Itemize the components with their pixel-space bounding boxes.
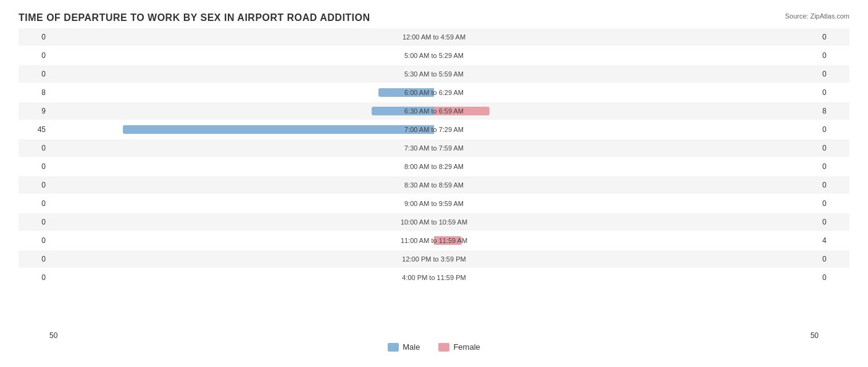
female-value: 0 xyxy=(819,218,849,226)
female-value: 4 xyxy=(819,236,849,245)
table-row: 457:00 AM to 7:29 AM0 xyxy=(19,121,849,138)
time-label: 12:00 PM to 3:59 PM xyxy=(402,255,465,263)
x-axis-right: 50 xyxy=(811,331,819,340)
time-label: 10:00 AM to 10:59 AM xyxy=(401,218,467,226)
female-value: 0 xyxy=(819,144,849,152)
bars-area: 9:00 AM to 9:59 AM xyxy=(49,195,819,212)
female-value: 0 xyxy=(819,33,849,41)
legend-female-label: Female xyxy=(453,342,480,352)
female-value: 0 xyxy=(819,273,849,282)
bars-area: 8:30 AM to 8:59 AM xyxy=(49,176,819,194)
table-row: 05:00 AM to 5:29 AM0 xyxy=(19,47,849,64)
time-label: 7:00 AM to 7:29 AM xyxy=(404,126,464,133)
female-value: 0 xyxy=(819,70,849,78)
legend-male-label: Male xyxy=(403,342,420,352)
female-value: 0 xyxy=(819,162,849,171)
female-value: 8 xyxy=(819,107,849,115)
table-row: 04:00 PM to 11:59 PM0 xyxy=(19,269,849,286)
female-value: 0 xyxy=(819,125,849,134)
time-label: 9:00 AM to 9:59 AM xyxy=(404,200,464,207)
male-value: 0 xyxy=(19,33,49,41)
bars-area: 12:00 PM to 3:59 PM xyxy=(49,250,819,268)
table-row: 05:30 AM to 5:59 AM0 xyxy=(19,65,849,83)
time-label: 11:00 AM to 11:59 AM xyxy=(401,237,467,244)
legend: Male Female xyxy=(19,342,849,352)
male-value: 0 xyxy=(19,218,49,226)
male-value: 0 xyxy=(19,255,49,263)
x-axis: 50 50 xyxy=(19,328,849,340)
male-value: 0 xyxy=(19,144,49,152)
bars-area: 6:30 AM to 6:59 AM xyxy=(49,102,819,120)
bars-area: 5:30 AM to 5:59 AM xyxy=(49,65,819,83)
bars-area: 6:00 AM to 6:29 AM xyxy=(49,84,819,101)
time-label: 8:00 AM to 8:29 AM xyxy=(404,163,464,170)
bars-area: 7:00 AM to 7:29 AM xyxy=(49,121,819,138)
legend-male: Male xyxy=(388,342,420,352)
female-value: 0 xyxy=(819,255,849,263)
table-row: 012:00 AM to 4:59 AM0 xyxy=(19,28,849,46)
time-label: 5:30 AM to 5:59 AM xyxy=(404,70,464,78)
time-label: 4:00 PM to 11:59 PM xyxy=(402,274,465,281)
legend-female: Female xyxy=(438,342,480,352)
male-value: 0 xyxy=(19,199,49,208)
table-row: 07:30 AM to 7:59 AM0 xyxy=(19,139,849,157)
chart-title: TIME OF DEPARTURE TO WORK BY SEX IN AIRP… xyxy=(19,12,849,23)
male-value: 8 xyxy=(19,88,49,97)
time-label: 7:30 AM to 7:59 AM xyxy=(404,144,464,152)
bars-area: 5:00 AM to 5:29 AM xyxy=(49,47,819,64)
time-label: 12:00 AM to 4:59 AM xyxy=(403,33,465,41)
male-bar xyxy=(123,125,434,134)
table-row: 011:00 AM to 11:59 AM4 xyxy=(19,232,849,249)
table-row: 09:00 AM to 9:59 AM0 xyxy=(19,195,849,212)
time-label: 6:00 AM to 6:29 AM xyxy=(404,89,464,96)
time-label: 8:30 AM to 8:59 AM xyxy=(404,181,464,189)
bars-area: 4:00 PM to 11:59 PM xyxy=(49,269,819,286)
time-label: 5:00 AM to 5:29 AM xyxy=(404,52,464,59)
table-row: 012:00 PM to 3:59 PM0 xyxy=(19,250,849,268)
chart-container: TIME OF DEPARTURE TO WORK BY SEX IN AIRP… xyxy=(0,0,868,367)
legend-male-box xyxy=(388,343,399,352)
male-value: 0 xyxy=(19,70,49,78)
bars-area: 10:00 AM to 10:59 AM xyxy=(49,213,819,231)
bars-area: 12:00 AM to 4:59 AM xyxy=(49,28,819,46)
table-row: 08:00 AM to 8:29 AM0 xyxy=(19,158,849,175)
legend-female-box xyxy=(438,343,449,352)
male-value: 0 xyxy=(19,236,49,245)
female-value: 0 xyxy=(819,181,849,189)
male-value: 9 xyxy=(19,107,49,115)
source-text: Source: ZipAtlas.com xyxy=(785,12,849,20)
chart-area: 012:00 AM to 4:59 AM005:00 AM to 5:29 AM… xyxy=(19,28,849,328)
male-value: 45 xyxy=(19,125,49,134)
female-value: 0 xyxy=(819,199,849,208)
male-value: 0 xyxy=(19,51,49,60)
table-row: 96:30 AM to 6:59 AM8 xyxy=(19,102,849,120)
table-row: 08:30 AM to 8:59 AM0 xyxy=(19,176,849,194)
x-axis-left: 50 xyxy=(49,331,57,340)
bars-area: 11:00 AM to 11:59 AM xyxy=(49,232,819,249)
female-value: 0 xyxy=(819,88,849,97)
female-value: 0 xyxy=(819,51,849,60)
table-row: 86:00 AM to 6:29 AM0 xyxy=(19,84,849,101)
table-row: 010:00 AM to 10:59 AM0 xyxy=(19,213,849,231)
male-value: 0 xyxy=(19,181,49,189)
bars-area: 8:00 AM to 8:29 AM xyxy=(49,158,819,175)
time-label: 6:30 AM to 6:59 AM xyxy=(404,107,464,115)
male-value: 0 xyxy=(19,273,49,282)
male-value: 0 xyxy=(19,162,49,171)
bars-area: 7:30 AM to 7:59 AM xyxy=(49,139,819,157)
